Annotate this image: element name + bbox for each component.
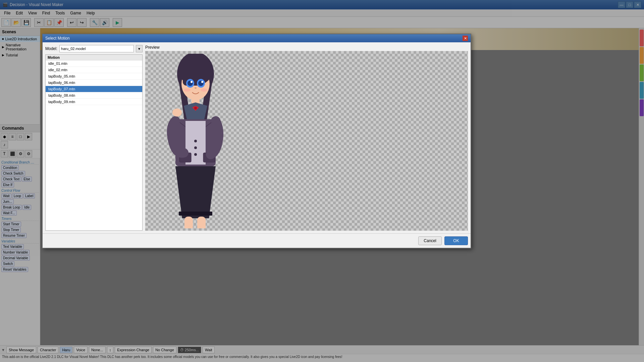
svg-point-16 [194,107,197,109]
dialog-close-button[interactable]: ✕ [463,36,468,41]
ok-button[interactable]: OK [444,236,468,245]
preview-canvas [145,51,468,231]
svg-point-21 [194,153,197,156]
dialog-buttons: Cancel OK [43,233,471,248]
motion-list: Motion idle_01.mtn idle_02.mtn tapBody_0… [45,54,143,231]
preview-label: Preview [145,45,468,50]
motion-dialog: Select Motion ✕ Model: ▼ Motion idle_01.… [42,34,471,248]
character-svg [165,54,226,228]
cancel-button[interactable]: Cancel [418,236,442,245]
svg-rect-25 [179,212,212,216]
motion-tapbody05[interactable]: tapBody_05.mtn [46,73,142,80]
svg-point-20 [194,146,197,149]
model-dropdown-button[interactable]: ▼ [136,45,143,52]
model-row: Model: ▼ [45,45,143,52]
motion-idle01[interactable]: idle_01.mtn [46,60,142,67]
dialog-right: Preview [145,45,468,231]
svg-point-24 [172,108,182,117]
motion-tapbody07[interactable]: tapBody_07.mtn [46,86,142,92]
dialog-content: Model: ▼ Motion idle_01.mtn idle_02.mtn … [43,42,471,233]
svg-rect-26 [184,217,193,228]
motion-idle02[interactable]: idle_02.mtn [46,67,142,73]
svg-rect-27 [197,217,206,228]
motion-tapbody06[interactable]: tapBody_06.mtn [46,80,142,86]
model-label: Model: [45,46,57,51]
svg-point-14 [201,88,207,92]
svg-point-12 [195,87,197,89]
dialog-titlebar: Select Motion ✕ [43,34,471,42]
motion-tapbody08[interactable]: tapBody_08.mtn [46,92,142,99]
svg-point-19 [194,140,197,142]
motion-tapbody09[interactable]: tapBody_09.mtn [46,99,142,105]
motion-section-header: Motion [46,55,142,60]
dialog-title: Select Motion [45,36,70,41]
model-input[interactable] [59,45,134,52]
svg-point-10 [191,81,193,83]
dialog-left: Model: ▼ Motion idle_01.mtn idle_02.mtn … [45,45,143,231]
svg-point-11 [201,81,203,83]
modal-overlay: Select Motion ✕ Model: ▼ Motion idle_01.… [0,0,644,362]
svg-point-13 [184,88,191,92]
